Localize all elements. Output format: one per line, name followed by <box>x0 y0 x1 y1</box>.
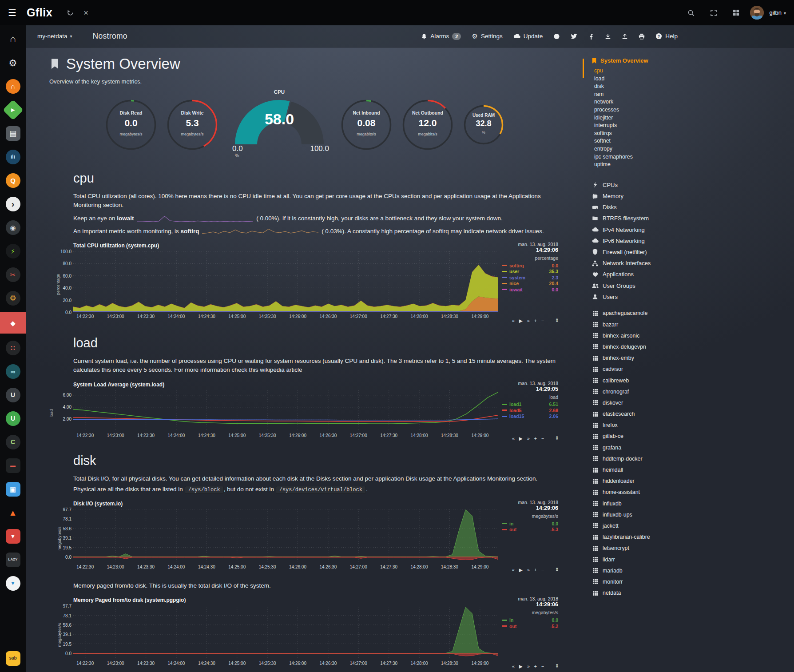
menu-firewall-netfilter-[interactable]: Firewall (netfilter) <box>592 247 703 258</box>
zoom-in-button[interactable]: + <box>534 318 537 323</box>
menu-sub-uptime[interactable]: uptime <box>594 161 703 169</box>
menu-container-calibreweb[interactable]: calibreweb <box>592 375 703 386</box>
github-button[interactable] <box>553 33 560 40</box>
menu-container-jackett[interactable]: jackett <box>592 520 703 531</box>
menu-container-bazarr[interactable]: bazarr <box>592 319 703 330</box>
menu-container-lazylibrarian-calibre[interactable]: lazylibrarian-calibre <box>592 532 703 543</box>
legend-out[interactable]: out-5.3 <box>502 527 558 533</box>
zoom-out-button[interactable]: − <box>541 436 544 441</box>
menu-container-diskover[interactable]: diskover <box>592 397 703 408</box>
menu-container-mariadb[interactable]: mariadb <box>592 565 703 576</box>
close-icon[interactable]: × <box>83 8 88 18</box>
menu-container-firefox[interactable]: firefox <box>592 420 703 431</box>
zoom-in-button[interactable]: + <box>534 664 537 669</box>
menu-container-hddtemp-docker[interactable]: hddtemp-docker <box>592 453 703 464</box>
app-plex-icon[interactable]: › <box>0 195 26 213</box>
legend-system[interactable]: system2.3 <box>502 274 558 281</box>
menu-ipv6-networking[interactable]: IPv6 Networking <box>592 235 703 247</box>
legend-nice[interactable]: nice20.4 <box>502 281 558 287</box>
menu-container-lidarr[interactable]: lidarr <box>592 554 703 565</box>
pan-right-button[interactable]: » <box>527 664 530 669</box>
app-netdata-icon[interactable]: ⚡ <box>0 242 26 260</box>
host-selector[interactable]: my-netdata <box>37 33 72 40</box>
menu-users[interactable]: Users <box>592 291 703 302</box>
menu-btrfs-filesystem[interactable]: BTRFS filesystem <box>592 213 703 224</box>
home-icon[interactable]: ⌂ <box>0 30 26 48</box>
chart-system-load[interactable]: System Load Average (system.load)6.004.0… <box>54 379 560 442</box>
apps-grid-icon[interactable] <box>733 9 739 16</box>
app-bazarr-icon[interactable]: ✂ <box>0 265 26 284</box>
chart-resize-handle[interactable]: ⇕ <box>555 435 559 441</box>
menu-container-home-assistant[interactable]: home-assistant <box>592 487 703 498</box>
alarms-button[interactable]: Alarms 2 <box>421 33 461 40</box>
menu-network-interfaces[interactable]: Network Interfaces <box>592 258 703 269</box>
pan-left-button[interactable]: « <box>512 318 515 323</box>
pan-left-button[interactable]: « <box>512 664 515 669</box>
app-jackett-icon[interactable]: ⚙ <box>0 289 26 307</box>
app-diskover-icon[interactable]: Q <box>0 171 26 190</box>
app-unraid-icon[interactable]: U <box>0 409 26 428</box>
export-button[interactable] <box>605 33 611 40</box>
pan-right-button[interactable]: » <box>527 567 530 573</box>
app-deluge-icon[interactable]: ∞ <box>0 362 26 381</box>
app-duplicati-icon[interactable]: ▼ <box>0 574 26 592</box>
app-tautulli-icon[interactable]: ◉ <box>0 218 26 237</box>
play-button[interactable]: ▶ <box>519 318 523 323</box>
chart-plot-area[interactable] <box>73 251 498 312</box>
menu-container-elasticsearch[interactable]: elasticsearch <box>592 408 703 419</box>
menu-container-chronograf[interactable]: chronograf <box>592 386 703 397</box>
menu-container-monitorr[interactable]: monitorr <box>592 576 703 587</box>
facebook-button[interactable] <box>588 33 594 40</box>
menu-sub-softirqs[interactable]: softirqs <box>594 130 703 138</box>
menu-cpus[interactable]: CPUs <box>592 179 703 191</box>
app-download-icon[interactable]: ▼ <box>0 527 26 545</box>
menu-sub-disk[interactable]: disk <box>594 83 703 91</box>
zoom-out-button[interactable]: − <box>541 567 544 573</box>
menu-memory[interactable]: Memory <box>592 191 703 202</box>
pan-left-button[interactable]: « <box>512 567 515 573</box>
menu-system-overview[interactable]: System Overview <box>592 57 703 64</box>
menu-sub-load[interactable]: load <box>594 75 703 83</box>
menu-container-grafana[interactable]: grafana <box>592 442 703 453</box>
menu-container-netdata[interactable]: netdata <box>592 587 703 598</box>
chart-system-pgpgio[interactable]: Memory Paged from/to disk (system.pgpgio… <box>54 594 560 670</box>
menu-disks[interactable]: Disks <box>592 202 703 213</box>
menu-sub-softnet[interactable]: softnet <box>594 137 703 145</box>
chart-resize-handle[interactable]: ⇕ <box>555 567 559 573</box>
menu-container-heimdall[interactable]: heimdall <box>592 464 703 475</box>
menu-container-apacheguacamole[interactable]: apacheguacamole <box>592 308 703 319</box>
pan-right-button[interactable]: » <box>527 318 530 323</box>
chart-system-io[interactable]: Disk I/O (system.io)97.778.158.639.119.5… <box>54 498 560 573</box>
refresh-icon[interactable] <box>67 9 74 16</box>
avatar[interactable] <box>750 6 764 20</box>
chart-resize-handle[interactable]: ⇕ <box>555 663 559 669</box>
menu-sub-interrupts[interactable]: interrupts <box>594 122 703 130</box>
settings-button[interactable]: ⚙ Settings <box>472 32 502 40</box>
app-gitlab-icon[interactable]: ▲ <box>0 503 26 522</box>
menu-sub-idlejitter[interactable]: idlejitter <box>594 114 703 122</box>
play-button[interactable]: ▶ <box>519 436 523 441</box>
app-stacks-icon[interactable]: ▤ <box>0 124 26 143</box>
zoom-in-button[interactable]: + <box>534 567 537 573</box>
gauge-net-outbound[interactable]: Net Outbound12.0megabits/s <box>402 99 453 151</box>
play-button[interactable]: ▶ <box>519 567 523 573</box>
app-radarr-icon[interactable]: C <box>0 433 26 451</box>
menu-container-influxdb-ups[interactable]: influxdb-ups <box>592 509 703 520</box>
settings-icon[interactable]: ⚙ <box>0 53 26 72</box>
gauge-disk-read[interactable]: Disk Read0.0megabytes/s <box>105 99 157 151</box>
hamburger-menu-icon[interactable]: ☰ <box>8 8 24 18</box>
app-pihole-icon[interactable]: ▬ <box>0 456 26 475</box>
help-button[interactable]: ? Help <box>655 33 678 40</box>
legend-in[interactable]: in0.0 <box>502 521 558 527</box>
zoom-out-button[interactable]: − <box>541 664 544 669</box>
legend-in[interactable]: in0.0 <box>502 617 558 623</box>
legend-user[interactable]: user35.3 <box>502 269 558 275</box>
chart-system-cpu[interactable]: Total CPU utilization (system.cpu)100.08… <box>54 240 560 324</box>
pan-right-button[interactable]: » <box>527 436 530 441</box>
gauge-used-ram[interactable]: Used RAM32.8% <box>463 104 504 145</box>
menu-container-gitlab-ce[interactable]: gitlab-ce <box>592 431 703 442</box>
menu-ipv4-networking[interactable]: IPv4 Networking <box>592 224 703 235</box>
play-button[interactable]: ▶ <box>519 664 523 669</box>
menu-sub-ram[interactable]: ram <box>594 91 703 99</box>
app-ombi-icon[interactable]: ∩ <box>0 77 26 95</box>
